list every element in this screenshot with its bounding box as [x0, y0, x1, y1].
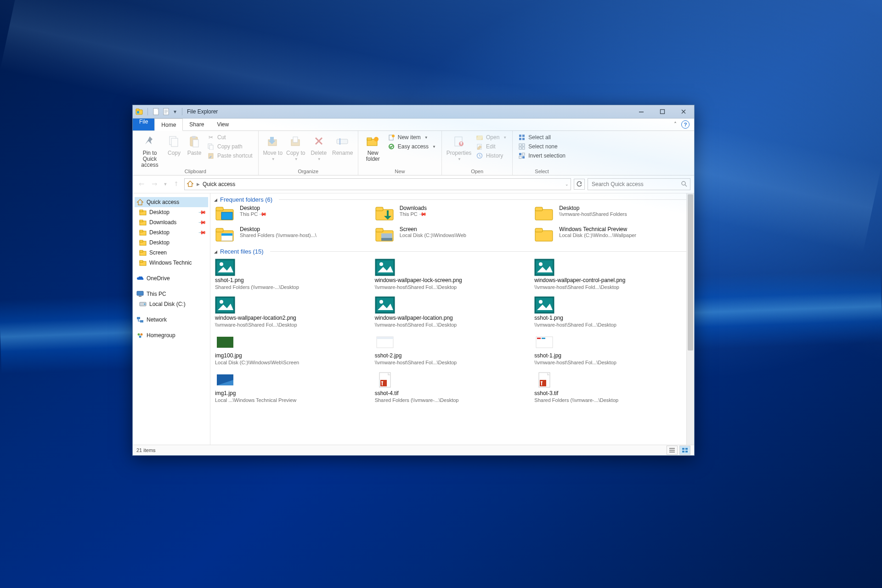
svg-rect-66 [137, 317, 140, 319]
new-item-button[interactable]: New item▼ [386, 133, 438, 141]
address-dropdown-icon[interactable]: ⌄ [565, 182, 569, 187]
frequent-folder-item[interactable]: DesktopShared Folders (\\vmware-host)...… [215, 226, 371, 243]
tab-home[interactable]: Home [154, 119, 183, 131]
svg-rect-42 [522, 144, 525, 146]
recent-file-item[interactable]: sshot-2.jpg\\vmware-host\Shared Fol...\D… [375, 334, 531, 365]
view-details-button[interactable] [667, 446, 678, 455]
frequent-folder-item[interactable]: Windows Technical PreviewLocal Disk (C:)… [534, 226, 690, 243]
properties-button[interactable]: Properties▼ [446, 132, 472, 162]
sidebar-item[interactable]: Desktop📌 [135, 207, 208, 217]
svg-rect-111 [540, 380, 546, 386]
recent-file-item[interactable]: sshot-1.pngShared Folders (\\vmware-...\… [215, 259, 371, 290]
paste-shortcut-icon [207, 152, 215, 159]
refresh-button[interactable] [574, 179, 585, 190]
qat-new-doc-icon[interactable] [153, 108, 160, 115]
sidebar-item[interactable]: Windows Technic [135, 258, 208, 268]
svg-rect-8 [639, 112, 644, 113]
recent-file-item[interactable]: sshot-1.jpg\\vmware-host\Shared Fol...\D… [534, 334, 690, 365]
scrollbar-thumb[interactable] [688, 194, 693, 351]
svg-point-91 [379, 262, 383, 266]
nav-up-button[interactable]: 🡑 [171, 179, 181, 189]
section-frequent-folders[interactable]: ◢ Frequent folders (6) [210, 193, 694, 205]
select-all-button[interactable]: Select all [516, 133, 567, 141]
frequent-folder-item[interactable]: ScreenLocal Disk (C:)\Windows\Web [375, 226, 531, 243]
edit-button[interactable]: Edit [474, 142, 509, 151]
copy-button[interactable]: Copy [165, 132, 183, 156]
search-input[interactable] [591, 181, 681, 188]
recent-file-item[interactable]: img100.jpgLocal Disk (C:)\Windows\Web\Sc… [215, 334, 371, 365]
invert-selection-icon [518, 152, 526, 159]
recent-file-item[interactable]: img1.jpgLocal ...\Windows Technical Prev… [215, 372, 371, 403]
frequent-folder-item[interactable]: DownloadsThis PC📌 [375, 205, 531, 221]
invert-selection-button[interactable]: Invert selection [516, 152, 567, 160]
onedrive-icon [136, 275, 144, 282]
copy-to-button[interactable]: Copy to▼ [285, 132, 306, 162]
history-button[interactable]: History [474, 152, 509, 160]
open-button[interactable]: Open▼ [474, 133, 509, 141]
paste-shortcut-button[interactable]: Paste shortcut [205, 152, 254, 160]
nav-back-button[interactable]: 🡐 [136, 179, 147, 189]
paste-button[interactable]: Paste [185, 132, 204, 156]
chevron-right-icon: ▶ [197, 182, 200, 187]
sidebar-this-pc[interactable]: This PC [135, 289, 208, 299]
svg-point-29 [389, 144, 394, 149]
section-recent-files[interactable]: ◢ Recent files (15) [210, 245, 694, 257]
explorer-body: Quick access Desktop📌Downloads📌Desktop📌D… [133, 193, 694, 445]
search-box[interactable] [588, 178, 690, 190]
rename-button[interactable]: Rename [331, 132, 354, 156]
recent-file-item[interactable]: windows-wallpaper-control-panel.png\\vmw… [534, 259, 690, 290]
nav-forward-button[interactable]: 🡒 [149, 179, 159, 189]
tab-file[interactable]: File [133, 119, 154, 130]
recent-file-item[interactable]: windows-wallpaper-location.png\\vmware-h… [375, 296, 531, 328]
svg-rect-85 [381, 238, 392, 241]
sidebar-item[interactable]: Screen [135, 248, 208, 258]
folder-icon [375, 205, 395, 221]
maximize-button[interactable] [652, 105, 673, 118]
frequent-folder-item[interactable]: Desktop\\vmware-host\Shared Folders [534, 205, 690, 221]
svg-rect-77 [535, 207, 543, 211]
file-thumbnail [534, 372, 554, 389]
address-bar[interactable]: ▶ Quick access ⌄ [184, 178, 571, 190]
view-large-icons-button[interactable] [679, 446, 690, 455]
folder-icon [139, 209, 147, 216]
folder-icon [139, 249, 147, 256]
delete-button[interactable]: Delete▼ [308, 132, 329, 162]
ribbon-group-clipboard: Pin to Quick access Copy Paste ✂Cut Copy… [133, 131, 259, 175]
recent-file-item[interactable]: sshot-1.png\\vmware-host\Shared Fol...\D… [534, 296, 690, 328]
breadcrumb[interactable]: Quick access [203, 181, 235, 187]
svg-point-70 [139, 336, 141, 338]
svg-point-49 [682, 181, 685, 185]
minimize-button[interactable] [631, 105, 652, 118]
frequent-folder-item[interactable]: DesktopThis PC📌 [215, 205, 371, 221]
ribbon-collapse-icon[interactable]: ˄ [674, 121, 677, 128]
recent-file-item[interactable]: windows-wallpaper-location2.png\\vmware-… [215, 296, 371, 328]
tab-view[interactable]: View [210, 119, 235, 130]
sidebar-item[interactable]: Desktop📌 [135, 227, 208, 237]
tab-share[interactable]: Share [183, 119, 210, 130]
new-folder-button[interactable]: New folder [362, 132, 384, 162]
sidebar-item[interactable]: Desktop [135, 237, 208, 248]
recent-file-item[interactable]: sshot-4.tifShared Folders (\\vmware-...\… [375, 372, 531, 403]
recent-file-item[interactable]: windows-wallpaper-lock-screen.png\\vmwar… [375, 259, 531, 290]
easy-access-button[interactable]: Easy access▼ [386, 142, 438, 151]
sidebar-quick-access[interactable]: Quick access [135, 197, 208, 207]
sidebar-item[interactable]: Downloads📌 [135, 217, 208, 227]
pin-to-quick-access-button[interactable]: Pin to Quick access [136, 132, 163, 169]
recent-file-item[interactable]: sshot-3.tifShared Folders (\\vmware-...\… [534, 372, 690, 403]
sidebar-homegroup[interactable]: Homegroup [135, 330, 208, 340]
sidebar-network[interactable]: Network [135, 315, 208, 325]
copy-path-button[interactable]: Copy path [205, 142, 254, 151]
sidebar-local-disk[interactable]: Local Disk (C:) [135, 299, 208, 309]
vertical-scrollbar[interactable] [686, 193, 694, 445]
paste-icon [187, 134, 202, 149]
select-none-button[interactable]: Select none [516, 142, 567, 151]
close-button[interactable] [673, 105, 694, 118]
cut-button[interactable]: ✂Cut [205, 133, 254, 141]
sidebar-onedrive[interactable]: OneDrive [135, 273, 208, 283]
help-icon[interactable]: ? [681, 120, 690, 129]
qat-dropdown-icon[interactable]: ▾ [173, 108, 177, 115]
move-to-button[interactable]: Move to▼ [262, 132, 283, 162]
svg-point-65 [144, 304, 146, 305]
nav-recent-dropdown[interactable]: ▼ [162, 179, 169, 189]
qat-properties-icon[interactable] [163, 108, 170, 115]
